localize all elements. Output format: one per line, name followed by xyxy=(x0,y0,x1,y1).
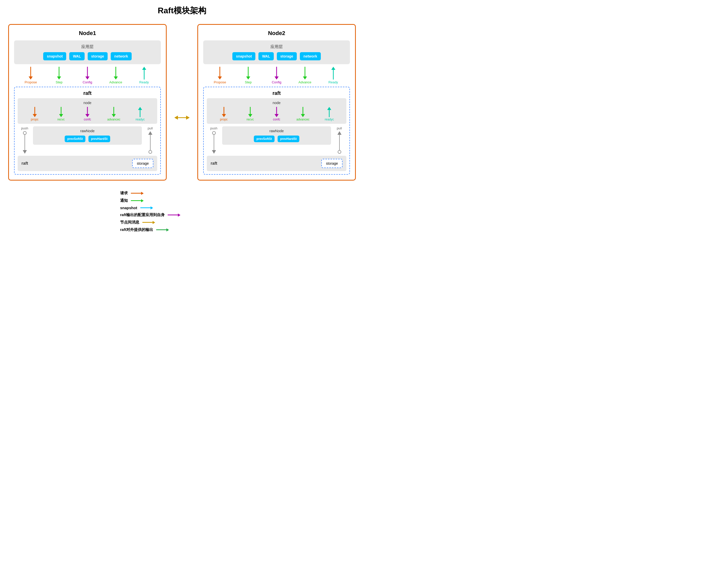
node2-propc-channel: propc xyxy=(216,107,232,121)
svg-marker-28 xyxy=(246,76,250,79)
node1-arrows-row: Propose Step Config xyxy=(14,67,161,85)
node1-pull-circle xyxy=(149,150,152,154)
legend-arrow-snapshot xyxy=(140,206,153,209)
svg-marker-45 xyxy=(212,150,216,154)
legend-item-output: raft对外提供的输出 xyxy=(120,227,169,232)
node2-app-layer-label: 应用层 xyxy=(207,44,346,50)
svg-marker-7 xyxy=(114,76,118,79)
node2-storage-btn: storage xyxy=(277,52,297,60)
node2-channels-row: propc recvc confc xyxy=(209,107,344,121)
node1-raft-box: raft node propc xyxy=(14,87,161,175)
node2-confc-channel: confc xyxy=(269,107,284,121)
svg-marker-17 xyxy=(112,114,116,117)
node1-rawnode-box: rawNode prevSoftSt prevHardSt xyxy=(33,126,142,145)
legend-arrow-notify xyxy=(131,199,144,202)
legend-label-config: raft输出的配置应用到自身 xyxy=(120,212,165,217)
svg-marker-42 xyxy=(301,114,305,117)
node2-readyc-channel: readyc xyxy=(321,107,337,121)
node2-ready-arrow: Ready xyxy=(324,67,342,84)
inter-node-arrow xyxy=(174,114,190,122)
svg-marker-44 xyxy=(327,107,331,110)
svg-marker-21 xyxy=(148,131,152,135)
svg-marker-15 xyxy=(85,114,89,117)
node1-push-circle xyxy=(23,131,27,135)
node1-network-btn: network xyxy=(111,52,132,60)
node1-rawnode-buttons: prevSoftSt prevHardSt xyxy=(37,135,138,142)
node1-node-inner: node propc recvc xyxy=(18,98,157,124)
node1-storage-inner-btn: storage xyxy=(132,159,153,168)
node2-push-label: push xyxy=(210,126,217,130)
node1-app-layer: 应用层 snapshot WAL storage network xyxy=(14,41,161,64)
node1-step-arrow: Step xyxy=(50,67,68,84)
node2-advance-arrow: Advance xyxy=(296,67,314,84)
legend-label-output: raft对外提供的输出 xyxy=(120,227,153,232)
node1-push-line xyxy=(25,135,25,150)
svg-marker-9 xyxy=(142,67,146,70)
node1-raft-bottom: raft storage xyxy=(18,156,157,171)
svg-marker-19 xyxy=(138,107,142,110)
legend-item-request: 请求 xyxy=(120,191,144,196)
node2-push-circle xyxy=(212,131,216,135)
svg-marker-20 xyxy=(23,150,27,154)
svg-marker-3 xyxy=(57,76,61,79)
node1-confc-channel: confc xyxy=(80,107,95,121)
node2-config-arrow: Config xyxy=(268,67,286,84)
node2-prevsoftst-btn: prevSoftSt xyxy=(254,135,275,142)
svg-marker-1 xyxy=(29,76,33,79)
node2-rawnode-label: rawNode xyxy=(226,129,327,133)
node1-pull-line xyxy=(150,135,151,150)
legend-arrow-intermsg xyxy=(142,221,155,224)
node1-prevsoftst-btn: prevSoftSt xyxy=(65,135,85,142)
node1-app-buttons: snapshot WAL storage network xyxy=(18,52,157,60)
node2-rawnode-box: rawNode prevSoftSt prevHardSt xyxy=(222,126,331,145)
node1-advance-arrow: Advance xyxy=(107,67,125,84)
svg-marker-30 xyxy=(275,76,279,79)
node1-box: Node1 应用层 snapshot WAL storage network P… xyxy=(8,24,167,180)
inter-node-arrow-container xyxy=(174,24,190,180)
svg-marker-34 xyxy=(331,67,335,70)
node2-pull-label: pull xyxy=(337,126,342,130)
legend-item-config: raft输出的配置应用到自身 xyxy=(120,212,180,217)
node1-label: Node1 xyxy=(14,30,161,36)
node1-pull-arrow xyxy=(148,131,153,135)
node2-raft-box: raft node propc xyxy=(203,87,350,175)
node1-prevhardst-btn: prevHardSt xyxy=(88,135,110,142)
svg-marker-38 xyxy=(248,114,252,117)
node2-propose-arrow: Propose xyxy=(211,67,229,84)
svg-marker-11 xyxy=(33,114,37,117)
node2-raft-bottom-label: raft xyxy=(211,161,217,166)
node1-propc-channel: propc xyxy=(27,107,43,121)
node2-wal-btn: WAL xyxy=(258,52,274,60)
node2-prevhardst-btn: prevHardSt xyxy=(278,135,299,142)
node1-channels-row: propc recvc confc xyxy=(20,107,155,121)
node1-config-arrow: Config xyxy=(78,67,96,84)
node2-raft-bottom: raft storage xyxy=(207,156,346,171)
node1-raft-bottom-label: raft xyxy=(22,161,28,166)
node2-rawnode-buttons: prevSoftSt prevHardSt xyxy=(226,135,327,142)
legend-label-intermsg: 节点间消息 xyxy=(120,220,139,225)
node2-pull-arrow xyxy=(337,131,342,135)
node2-push-line xyxy=(214,135,214,150)
legend-arrow-config xyxy=(168,213,180,217)
svg-marker-5 xyxy=(85,76,89,79)
page-title: Raft模块架构 xyxy=(5,5,359,16)
node2-arrows-row: Propose Step Config xyxy=(203,67,350,85)
node2-push-arrow xyxy=(211,150,216,154)
legend-item-notify: 通知 xyxy=(120,198,144,203)
node1-pull-label: pull xyxy=(148,126,153,130)
node2-app-buttons: snapshot WAL storage network xyxy=(207,52,346,60)
legend-label-snapshot: snapshot xyxy=(120,206,137,210)
node2-raft-label: raft xyxy=(207,90,346,96)
node2-advancec-channel: advancec xyxy=(295,107,311,121)
svg-marker-22 xyxy=(174,116,178,120)
svg-marker-32 xyxy=(303,76,307,79)
node2-step-arrow: Step xyxy=(239,67,257,84)
node1-node-inner-label: node xyxy=(20,101,155,105)
node2-pull-circle xyxy=(338,150,341,154)
legend-arrow-output xyxy=(156,228,169,231)
node1-wal-btn: WAL xyxy=(69,52,84,60)
node1-app-layer-label: 应用层 xyxy=(18,44,157,50)
legend-label-notify: 通知 xyxy=(120,198,128,203)
node2-node-inner-label: node xyxy=(209,101,344,105)
node1-rawnode-label: rawNode xyxy=(37,129,138,133)
